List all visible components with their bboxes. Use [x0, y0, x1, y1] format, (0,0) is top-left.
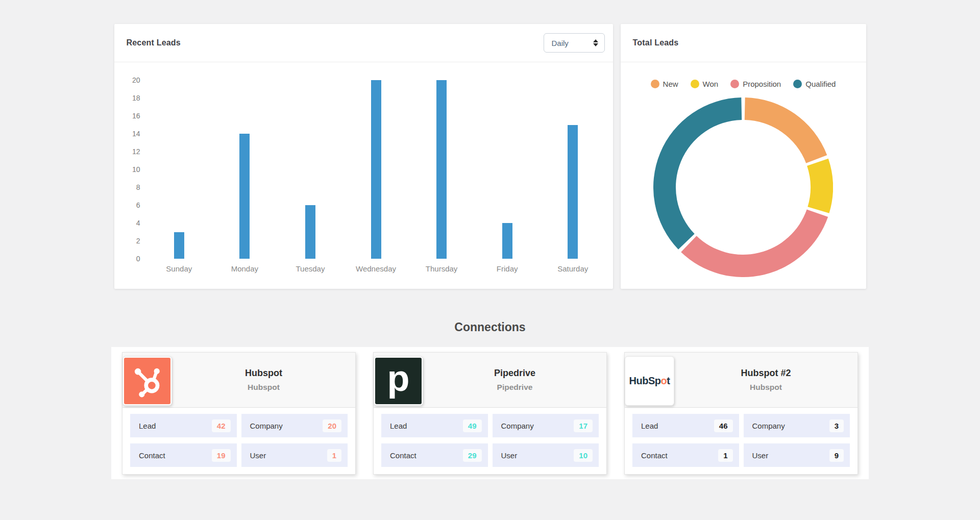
bar-chart-y-axis: 20181614121086420	[127, 80, 140, 259]
connection-stats: Lead49Company17Contact29User10	[374, 408, 606, 467]
connection-card-header: HubSpot Hubspot #2 Hubspot	[625, 353, 857, 408]
stat-label: Contact	[390, 451, 416, 460]
bar	[239, 134, 250, 259]
bar-column: Sunday	[146, 80, 212, 273]
stat-value: 20	[323, 419, 341, 432]
bar-column: Tuesday	[278, 80, 344, 273]
legend-label: New	[663, 80, 678, 88]
pipedrive-p-icon: p	[387, 360, 410, 397]
bar	[371, 80, 381, 259]
connection-stats: Lead42Company20Contact19User1	[122, 408, 355, 467]
donut-slice-qualified	[653, 97, 742, 250]
stat-label: User	[501, 451, 518, 460]
stat-cell-contact: Contact19	[130, 443, 237, 467]
stat-cell-contact: Contact29	[381, 443, 488, 467]
legend-dot-icon	[691, 80, 699, 88]
bar	[502, 223, 512, 259]
connection-card: p Pipedrive Pipedrive Lead49Company17Con…	[373, 352, 607, 475]
y-axis-tick: 18	[132, 94, 140, 102]
x-axis-label: Tuesday	[296, 264, 325, 273]
hubspot-wordmark-icon: HubSpot	[629, 375, 670, 387]
stat-cell-user: User9	[744, 443, 850, 467]
stat-label: Contact	[139, 451, 165, 460]
connection-logo	[122, 356, 172, 406]
legend-dot-icon	[651, 80, 659, 88]
legend-item: New	[651, 80, 678, 88]
stat-value: 9	[829, 449, 844, 462]
stat-cell-user: User10	[493, 443, 599, 467]
connections-panel: Hubspot Hubspot Lead42Company20Contact19…	[111, 347, 869, 479]
connections-heading: Connections	[0, 320, 980, 334]
stat-cell-lead: Lead42	[130, 414, 237, 437]
dashboard-page: Recent Leads Daily 20181614121086420 Sun…	[0, 24, 980, 479]
total-leads-donut-chart: NewWonPropositionQualified	[621, 62, 866, 277]
bar-column: Thursday	[409, 80, 475, 273]
stat-cell-company: Company20	[241, 414, 348, 437]
stat-label: Company	[250, 422, 283, 430]
stat-label: User	[752, 451, 769, 460]
x-axis-label: Saturday	[557, 264, 588, 273]
y-axis-tick: 12	[132, 147, 140, 156]
connection-card-header: p Pipedrive Pipedrive	[374, 353, 606, 408]
stat-value: 46	[714, 419, 733, 432]
legend-label: Qualified	[805, 80, 836, 88]
connection-stats: Lead46Company3Contact1User9	[625, 408, 857, 467]
x-axis-label: Wednesday	[356, 264, 396, 273]
stat-cell-company: Company17	[493, 414, 599, 437]
bar-column: Saturday	[540, 80, 606, 273]
total-leads-card: Total Leads NewWonPropositionQualified	[621, 24, 866, 289]
stat-label: User	[250, 451, 266, 460]
stat-value: 1	[718, 449, 732, 462]
connection-provider: Pipedrive	[497, 383, 533, 392]
legend-dot-icon	[730, 80, 739, 88]
stat-value: 3	[829, 419, 844, 432]
bar	[305, 205, 315, 259]
stat-cell-lead: Lead46	[632, 414, 739, 437]
total-leads-header: Total Leads	[621, 24, 866, 62]
recent-leads-bar-chart: 20181614121086420 SundayMondayTuesdayWed…	[114, 62, 613, 273]
y-axis-tick: 0	[136, 255, 140, 263]
legend-label: Proposition	[743, 80, 781, 88]
total-leads-title: Total Leads	[633, 38, 679, 47]
donut-slice-won	[807, 159, 833, 213]
stat-value: 49	[463, 419, 482, 432]
stat-cell-lead: Lead49	[381, 414, 488, 437]
donut-legend: NewWonPropositionQualified	[621, 80, 866, 88]
x-axis-label: Friday	[497, 264, 518, 273]
bar-chart-plot: SundayMondayTuesdayWednesdayThursdayFrid…	[146, 80, 606, 273]
legend-item: Proposition	[730, 80, 781, 88]
stat-label: Company	[752, 422, 785, 430]
x-axis-label: Thursday	[426, 264, 458, 273]
connection-provider: Hubspot	[248, 383, 280, 392]
connection-card: Hubspot Hubspot Lead42Company20Contact19…	[122, 352, 356, 475]
donut-chart-svg	[653, 97, 833, 277]
connection-logo: HubSpot	[625, 356, 674, 406]
connection-provider: Hubspot	[750, 383, 782, 392]
legend-dot-icon	[793, 80, 802, 88]
connection-logo: p	[374, 356, 423, 406]
bar	[174, 232, 184, 259]
period-select[interactable]: Daily	[544, 33, 605, 53]
connection-card: HubSpot Hubspot #2 Hubspot Lead46Company…	[624, 352, 858, 475]
recent-leads-title: Recent Leads	[127, 38, 181, 47]
hubspot-sprocket-icon	[130, 363, 165, 399]
x-axis-label: Sunday	[166, 264, 192, 273]
bar	[568, 125, 578, 259]
y-axis-tick: 6	[136, 201, 140, 209]
stat-label: Contact	[641, 451, 668, 460]
y-axis-tick: 16	[132, 112, 140, 120]
y-axis-tick: 10	[132, 165, 140, 174]
bar-column: Friday	[474, 80, 540, 273]
legend-item: Won	[691, 80, 719, 88]
recent-leads-card: Recent Leads Daily 20181614121086420 Sun…	[114, 24, 613, 289]
stat-label: Company	[501, 422, 534, 430]
bar	[436, 80, 447, 259]
stat-label: Lead	[641, 422, 658, 430]
y-axis-tick: 14	[132, 130, 140, 138]
donut-slice-new	[745, 97, 827, 163]
x-axis-label: Monday	[231, 264, 258, 273]
y-axis-tick: 20	[132, 76, 140, 84]
y-axis-tick: 8	[136, 183, 140, 191]
stat-value: 29	[463, 449, 482, 462]
legend-label: Won	[703, 80, 719, 88]
